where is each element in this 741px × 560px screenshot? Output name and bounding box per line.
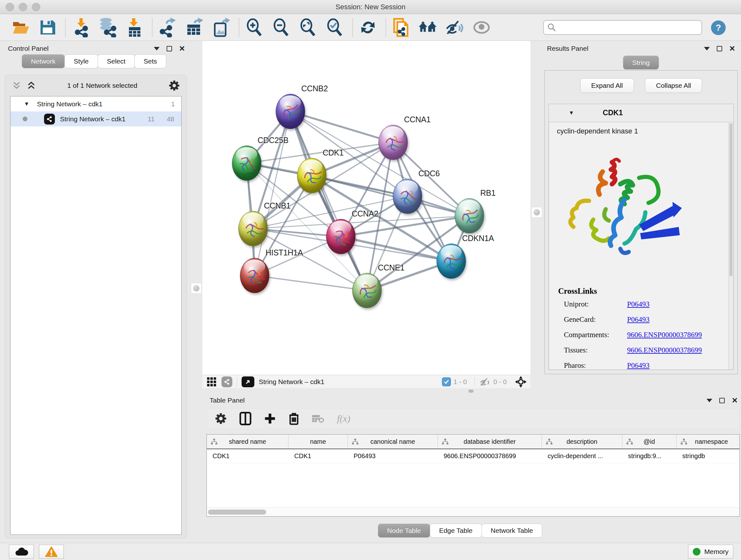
zoom-fit-icon[interactable] [298,17,318,38]
collapse-all-button[interactable]: Collapse All [645,78,702,93]
tab-string[interactable]: String [623,56,659,70]
open-file-icon[interactable] [11,17,30,38]
maximize-panel-icon[interactable] [166,46,172,51]
table-cell[interactable]: P06493 [348,449,438,463]
import-table-file-icon[interactable] [125,17,144,38]
network-badge-icon[interactable] [221,376,232,387]
toolbar-search[interactable] [543,20,702,35]
hide-selected-icon[interactable] [445,17,465,38]
table-cell[interactable]: CDK1 [207,449,288,463]
tab-network[interactable]: Network [22,54,65,68]
zoom-out-icon[interactable] [271,17,291,38]
maximize-panel-icon[interactable] [717,46,722,51]
close-panel-icon[interactable]: ✕ [729,46,735,51]
float-panel-icon[interactable] [154,47,159,51]
column-header-name[interactable]: name [288,435,348,449]
tab-edge-table[interactable]: Edge Table [430,523,482,538]
close-panel-icon[interactable]: ✕ [732,398,738,403]
network-node-CCNA2[interactable] [326,219,355,254]
zoom-in-icon[interactable] [245,17,264,38]
crosslink-link[interactable]: P06493 [627,315,650,324]
crosslink-link[interactable]: 9606.ENSP00000378699 [627,331,702,339]
protein-ribbon-thumbnail [276,94,306,129]
network-node-HIST1H1A[interactable] [240,258,269,293]
horizontal-splitter-handle[interactable] [468,389,474,393]
column-header-database-identifier[interactable]: database identifier [438,435,542,449]
column-header-namespace[interactable]: namespace [677,435,740,449]
export-table-icon[interactable] [185,17,204,38]
crosslink-link[interactable]: P06493 [627,300,650,308]
tab-sets[interactable]: Sets [134,54,166,68]
table-row[interactable]: CDK1CDK1P064939606.ENSP00000378699cyclin… [207,449,739,463]
tab-style[interactable]: Style [64,54,98,68]
zoom-selected-icon[interactable] [325,17,345,38]
table-cell[interactable]: CDK1 [288,449,348,463]
gene-section-header[interactable]: ▼ CDK1 [549,104,733,122]
network-node-CDC25B[interactable] [232,145,261,181]
network-canvas[interactable]: CCNB2CCNA1CDC25BCDK1CDC6RB1CCNB1CCNA2CDK… [202,41,530,375]
close-panel-icon[interactable]: ✕ [179,46,185,51]
cloud-status-button[interactable] [9,545,34,559]
search-input[interactable] [559,23,701,31]
import-network-database-icon[interactable] [98,17,118,38]
show-all-icon[interactable] [472,17,491,38]
import-network-file-icon[interactable] [71,17,91,38]
create-column-icon[interactable] [264,413,276,424]
node-table[interactable]: shared namenamecanonical namedatabase id… [206,434,740,516]
crosslink-link[interactable]: 9606.ENSP00000378699 [627,346,702,354]
duplicate-network-icon[interactable] [391,17,411,38]
table-cell[interactable]: stringdb [677,449,740,463]
column-header--id[interactable]: @id [622,435,677,449]
right-splitter-handle[interactable] [531,207,542,218]
network-node-CCNB2[interactable] [276,94,305,129]
expand-all-icon[interactable] [27,81,36,90]
tab-network-table[interactable]: Network Table [482,523,542,538]
network-node-CCNE1[interactable] [352,273,382,308]
memory-button[interactable]: Memory [688,545,733,559]
table-options-gear-icon[interactable] [215,413,226,424]
export-image-icon[interactable] [211,17,231,38]
tab-select[interactable]: Select [98,54,135,68]
network-node-CCNA1[interactable] [379,125,408,160]
help-button[interactable]: ? [711,20,726,35]
network-node-CDKN1A[interactable] [436,244,466,279]
table-cell[interactable]: 9606.ENSP00000378699 [438,449,542,463]
network-node-CDC6[interactable] [393,179,422,214]
current-network-indicator [23,117,27,121]
network-options-gear-icon[interactable] [169,80,180,91]
tab-node-table[interactable]: Node Table [378,523,430,538]
show-columns-icon[interactable] [239,412,252,425]
fit-selected-crosshair-icon[interactable] [515,376,527,388]
float-panel-icon[interactable] [706,399,712,402]
column-header-shared-name[interactable]: shared name [207,435,288,449]
network-node-RB1[interactable] [455,198,484,233]
first-neighbors-icon[interactable] [418,17,438,38]
float-panel-icon[interactable] [704,47,710,51]
results-scrollbar[interactable] [729,123,733,369]
birds-eye-view-icon[interactable] [242,376,254,387]
collapse-triangle-icon[interactable]: ▼ [569,110,574,116]
export-network-icon[interactable] [158,17,178,38]
delete-column-icon[interactable] [288,412,299,425]
grid-view-icon[interactable] [206,377,217,387]
collapse-all-icon[interactable] [12,81,21,90]
maximize-panel-icon[interactable] [719,398,725,403]
selected-nodes-checkbox-icon[interactable] [442,377,451,386]
network-row[interactable]: String Network – cdk1 11 48 [10,111,181,126]
table-cell[interactable]: cyclin-dependent ... [542,449,622,463]
network-node-CDK1[interactable] [297,158,327,193]
refresh-view-icon[interactable] [358,17,378,38]
column-header-canonical-name[interactable]: canonical name [348,435,438,449]
network-collection-row[interactable]: ▼ String Network – cdk1 1 [10,97,181,111]
table-cell[interactable]: stringdb:9... [622,449,677,463]
left-splitter-handle[interactable] [191,283,202,294]
collapse-triangle-icon[interactable]: ▼ [24,101,29,107]
expand-all-button[interactable]: Expand All [580,78,634,93]
network-node-CCNB1[interactable] [239,211,268,246]
column-header-description[interactable]: description [542,435,622,449]
crosslink-link[interactable]: P06493 [627,361,650,370]
warning-icon [45,546,58,557]
warnings-button[interactable] [39,545,64,559]
save-session-icon[interactable] [38,17,57,38]
table-horizontal-scrollbar[interactable] [207,507,739,516]
